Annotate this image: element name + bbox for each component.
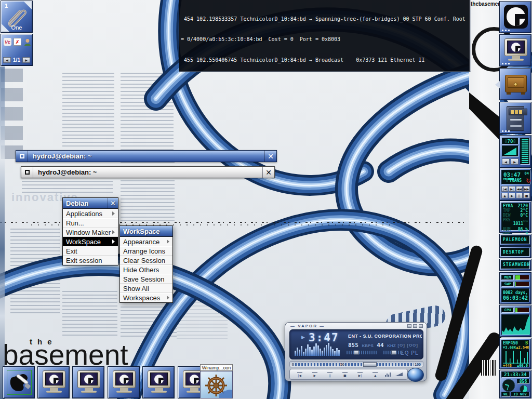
eject-button[interactable]: ▲	[370, 370, 380, 378]
pager-position: 1/1	[13, 57, 20, 63]
date-display: 19 NOV	[511, 392, 529, 397]
menu-item-exit[interactable]: Exit	[63, 246, 118, 256]
dock-appicon-windowmaker[interactable]	[499, 1, 531, 33]
cd-forward-button[interactable]: ▶▶	[523, 186, 530, 192]
volume-slider[interactable]	[347, 351, 378, 354]
root-menu-titlebar[interactable]: Debian ✕	[63, 198, 118, 209]
analog-clock-icon	[502, 379, 515, 392]
window-title: hydroJ@debian: ~	[33, 167, 262, 178]
equalizer-button[interactable]: EQ	[401, 350, 409, 356]
close-button[interactable]: ✕	[264, 151, 276, 162]
pager-prev-button[interactable]: ◀	[3, 57, 11, 63]
cd-rewind-button[interactable]: ◀◀	[516, 186, 523, 192]
miniaturize-button[interactable]	[21, 167, 33, 178]
clip-corner-arrow[interactable]	[24, 2, 32, 9]
mixer-next-button[interactable]: ▶	[511, 158, 518, 165]
wallpaper-fauxtext	[10, 229, 60, 314]
pager-next-button[interactable]: ▶	[22, 57, 30, 63]
balance-slider-thumb[interactable]	[391, 350, 396, 355]
miniwindow-terminal-3[interactable]	[108, 366, 140, 398]
miniwindow-terminal-4[interactable]	[142, 366, 175, 398]
network-monitor-dockapp[interactable]: ENP4S0 B ▼3.68K ▲2.54K ▼445 ▲66.0	[499, 338, 531, 369]
weekday-display: WE	[501, 392, 510, 397]
seek-bar[interactable]: 0 50 100	[289, 361, 423, 367]
cd-next-button[interactable]: ▶|	[509, 186, 515, 192]
shade-button[interactable]	[413, 324, 417, 328]
close-button[interactable]: ✕	[262, 167, 274, 178]
launcher-desktop[interactable]: DESKTOP	[499, 246, 531, 258]
workspace-submenu-titlebar[interactable]: WorkSpace	[120, 226, 172, 237]
shaded-window-active[interactable]: hydroJ@debian: ~ ✕	[16, 150, 277, 162]
menu-item-exit-session[interactable]: Exit session	[63, 256, 118, 265]
skin-orb-knob[interactable]	[407, 368, 424, 382]
cd-prev-button[interactable]: |◀	[501, 186, 508, 192]
winamp-player[interactable]: — VAPOR — ▶ 3:47 ENT - S.U. CORPORATION …	[285, 322, 427, 381]
play-button[interactable]: ▶	[310, 370, 320, 378]
menu-item-hide-others[interactable]: Hide Others	[120, 265, 172, 274]
dock-appicon-filecabinet[interactable]	[499, 102, 531, 134]
sysmon-dockapp[interactable]: MEM SWP 0002 days, 06:03:42	[499, 272, 531, 304]
menu-item-workspaces[interactable]: Workspaces	[120, 293, 172, 302]
volume-slider-thumb[interactable]	[354, 350, 359, 355]
menu-item-run[interactable]: Run...	[63, 218, 118, 228]
submenu-arrow-icon	[112, 240, 115, 244]
pager-dockapp[interactable]: Vc ✗ ◀ 1/1 ▶	[1, 34, 33, 66]
track-title-ticker[interactable]: ENT - S.U. CORPORATION PROUDLY	[348, 334, 422, 339]
seek-thumb[interactable]	[363, 362, 377, 367]
menu-item-applications[interactable]: Applications	[63, 209, 118, 218]
menu-item-show-all[interactable]: Show All	[120, 284, 172, 293]
visualizer-mode-icon[interactable]	[385, 373, 391, 377]
next-button[interactable]: ▶|	[355, 370, 365, 378]
cd-stop-button[interactable]: ■	[523, 193, 530, 198]
close-button[interactable]	[419, 324, 423, 328]
miniwindow-terminal-1[interactable]	[37, 366, 70, 398]
cd-play-button[interactable]: ▶	[509, 193, 515, 198]
launcher-palemoon[interactable]: PALEMOON	[499, 234, 531, 246]
drawer-collapse-arrow-icon[interactable]	[495, 81, 500, 88]
workspace-clip[interactable]: 1 One	[1, 1, 33, 33]
menu-close-button[interactable]: ✕	[108, 198, 118, 208]
cd-eject-button[interactable]: ▲	[501, 193, 508, 198]
miniwindow-terminal-2[interactable]	[72, 366, 104, 398]
pause-button[interactable]: ||	[325, 370, 335, 378]
dock-appicon-terminal[interactable]	[499, 34, 531, 66]
mono-indicator: [O]	[397, 343, 405, 348]
terminal-window[interactable]: 454 102.198533357 TechnicolorD_10:84:bd …	[179, 0, 471, 72]
cd-pause-button[interactable]: ||	[516, 193, 523, 198]
playlist-button[interactable]: PL	[411, 350, 419, 356]
launcher-steamweb[interactable]: STEAMWEBH	[499, 259, 531, 271]
weather-station: EYKA	[503, 204, 513, 208]
mixer-prev-button[interactable]: ◀	[502, 158, 510, 165]
right-arrow-icon: ▶	[513, 160, 516, 164]
stop-button[interactable]: ■	[340, 370, 350, 378]
dock-appicon-drawer[interactable]	[499, 68, 531, 100]
seek-label-mid: 50	[340, 363, 345, 366]
prev-button[interactable]: |◀	[295, 370, 305, 378]
uptime-days: 0002 days,	[503, 290, 528, 295]
weather-dockapp[interactable]: EYKA 2120 TMP2°C DEW0°C PRS1011hPa HUM86…	[499, 201, 531, 233]
weather-row: PRS1011hPa	[503, 218, 528, 227]
drawer-icon	[505, 75, 527, 92]
mixer-dockapp[interactable]: 8708 ◀ ▶	[499, 135, 531, 168]
mem-usage-bar	[515, 275, 520, 280]
menu-item-window-maker[interactable]: Window Maker	[63, 228, 118, 237]
menu-item-arrange-icons[interactable]: Arrange Icons	[120, 246, 172, 256]
clock-dockapp[interactable]: 21:33:34 856 WE 19 NOV	[499, 370, 531, 398]
menu-item-appearance[interactable]: Appearance	[120, 237, 172, 246]
network-traffic-graph	[503, 350, 529, 364]
menu-item-clear-session[interactable]: Clear Session	[120, 256, 172, 265]
menu-item-workspace[interactable]: WorkSpace	[63, 237, 118, 246]
mixer-channel-buttons: ◀ ▶	[502, 158, 518, 165]
shaded-window-inactive[interactable]: hydroJ@debian: ~ ✕	[21, 166, 275, 178]
miniaturize-button[interactable]	[16, 151, 28, 162]
volume-wedge-icon[interactable]	[395, 373, 403, 376]
wallpaper-title-basement: basement	[3, 341, 128, 369]
wallpaper-fauxtext	[62, 291, 117, 336]
volume-value: 70	[508, 139, 513, 144]
menu-item-save-session[interactable]: Save Session	[120, 274, 172, 284]
cpu-monitor-dockapp[interactable]: CPU	[499, 305, 531, 337]
dock-appicon-config-tool[interactable]	[3, 366, 35, 398]
cd-player-dockapp[interactable]: 03:47 04 *8 TRANS ↻ |◀ ▶| ◀◀ ▶▶ ▲ ▶ || ■	[499, 168, 531, 201]
miniwindow-winamp[interactable]: Winamp...oon	[200, 364, 233, 398]
minimize-button[interactable]	[407, 324, 411, 328]
